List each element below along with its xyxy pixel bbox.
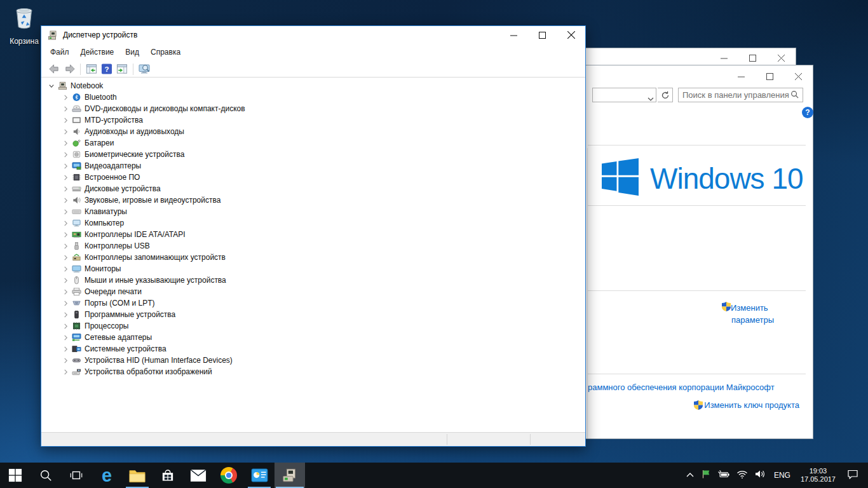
chevron-right-icon[interactable] xyxy=(60,129,71,135)
chevron-right-icon[interactable] xyxy=(60,255,71,261)
chevron-right-icon[interactable] xyxy=(60,95,71,100)
chevron-right-icon[interactable] xyxy=(60,346,71,352)
tree-item[interactable]: Встроенное ПО xyxy=(41,172,585,183)
change-settings-link[interactable]: Изменить параметры xyxy=(722,302,783,325)
tree-item[interactable]: Устройства обработки изображений xyxy=(41,366,585,377)
chevron-right-icon[interactable] xyxy=(60,369,71,375)
hidden-icons-button[interactable] xyxy=(682,463,698,488)
menu-view[interactable]: Вид xyxy=(119,44,145,61)
chevron-right-icon[interactable] xyxy=(60,209,71,215)
chevron-right-icon[interactable] xyxy=(60,335,71,341)
back-button[interactable] xyxy=(46,63,62,76)
chevron-right-icon[interactable] xyxy=(60,140,71,146)
taskbar-button-task-view[interactable] xyxy=(61,463,92,488)
chevron-right-icon[interactable] xyxy=(60,289,71,295)
address-bar[interactable] xyxy=(592,88,656,102)
close-button[interactable] xyxy=(784,68,813,85)
forward-button[interactable] xyxy=(62,63,77,76)
tree-item[interactable]: Биометрические устройства xyxy=(41,149,585,160)
tree-item[interactable]: Порты (COM и LPT) xyxy=(41,297,585,309)
taskbar-button-store[interactable] xyxy=(153,463,183,488)
change-settings-label-line1[interactable]: Изменить xyxy=(731,303,768,313)
change-settings-label-line2[interactable]: параметры xyxy=(731,315,774,325)
chevron-right-icon[interactable] xyxy=(60,312,71,318)
chevron-right-icon[interactable] xyxy=(60,175,71,180)
chevron-right-icon[interactable] xyxy=(60,118,71,123)
maintenance-flag-button[interactable] xyxy=(698,463,714,488)
chevron-down-icon[interactable] xyxy=(648,93,654,104)
taskbar-button-system-properties[interactable] xyxy=(244,463,275,488)
tree-item[interactable]: Дисковые устройства xyxy=(41,183,585,194)
chevron-right-icon[interactable] xyxy=(60,232,71,238)
taskbar-button-mail[interactable] xyxy=(183,463,214,488)
chevron-right-icon[interactable] xyxy=(60,186,71,192)
tree-item[interactable]: Звуковые, игровые и видеоустройства xyxy=(41,194,585,206)
menu-action[interactable]: Действие xyxy=(75,44,120,61)
tree-item[interactable]: Notebook xyxy=(41,80,585,92)
chevron-right-icon[interactable] xyxy=(60,301,71,306)
wifi-button[interactable] xyxy=(733,463,751,488)
refresh-button[interactable] xyxy=(658,88,673,102)
maximize-button[interactable] xyxy=(738,50,767,66)
taskbar-button-device-manager[interactable] xyxy=(275,463,305,488)
action-center-button[interactable] xyxy=(841,463,865,488)
menu-help[interactable]: Справка xyxy=(145,44,186,61)
help-button[interactable]: ? xyxy=(99,63,114,76)
change-product-key-link[interactable]: Изменить ключ продукта xyxy=(694,400,799,410)
scan-hardware-button[interactable] xyxy=(137,63,152,76)
show-console-tree-button[interactable] xyxy=(84,63,99,76)
tree-item[interactable]: Сетевые адаптеры xyxy=(41,332,585,343)
tree-item[interactable]: Процессоры xyxy=(41,320,585,332)
tree-item[interactable]: Контроллеры IDE ATA/ATAPI xyxy=(41,229,585,240)
tree-item[interactable]: Контроллеры USB xyxy=(41,240,585,252)
tree-item[interactable]: Очереди печати xyxy=(41,286,585,297)
tree-item[interactable]: Аудиовходы и аудиовыходы xyxy=(41,126,585,137)
chevron-right-icon[interactable] xyxy=(60,152,71,158)
search-icon[interactable] xyxy=(790,90,799,101)
tree-item[interactable]: Видеоадаптеры xyxy=(41,160,585,172)
minimize-button[interactable] xyxy=(727,68,756,85)
tree-item[interactable]: Контроллеры запоминающих устройств xyxy=(41,252,585,263)
chevron-right-icon[interactable] xyxy=(60,243,71,249)
tree-item[interactable]: Клавиатуры xyxy=(41,206,585,217)
volume-button[interactable] xyxy=(751,463,769,488)
chevron-down-icon[interactable] xyxy=(46,83,57,89)
tree-item[interactable]: Системные устройства xyxy=(41,343,585,355)
change-product-key-label[interactable]: Изменить ключ продукта xyxy=(704,400,799,410)
chevron-right-icon[interactable] xyxy=(60,358,71,363)
menu-file[interactable]: Файл xyxy=(44,44,75,61)
close-button[interactable] xyxy=(557,26,585,44)
chevron-right-icon[interactable] xyxy=(60,323,71,329)
taskbar-button-edge[interactable]: e xyxy=(92,463,122,488)
tree-item[interactable]: Мониторы xyxy=(41,263,585,274)
chevron-right-icon[interactable] xyxy=(60,106,71,112)
chevron-right-icon[interactable] xyxy=(60,220,71,226)
language-indicator[interactable]: ENG xyxy=(769,463,796,488)
search-input[interactable]: Поиск в панели управления xyxy=(678,88,803,102)
show-properties-button[interactable] xyxy=(114,63,130,76)
tree-item[interactable]: Программные устройства xyxy=(41,309,585,320)
recycle-bin[interactable]: Корзина xyxy=(4,4,44,46)
tree-item[interactable]: Устройства HID (Human Interface Devices) xyxy=(41,355,585,366)
minimize-button[interactable] xyxy=(710,50,738,66)
chevron-right-icon[interactable] xyxy=(60,198,71,203)
device-manager-window[interactable]: Диспетчер устройств Файл Действие Вид Сп… xyxy=(41,25,586,447)
taskbar-button-search[interactable] xyxy=(31,463,61,488)
close-button[interactable] xyxy=(767,50,796,66)
chevron-right-icon[interactable] xyxy=(60,266,71,272)
minimize-button[interactable] xyxy=(499,26,528,44)
tree-item[interactable]: Батареи xyxy=(41,137,585,149)
tree-item[interactable]: Мыши и иные указывающие устройства xyxy=(41,274,585,286)
clock[interactable]: 19:03 17.05.2017 xyxy=(796,463,841,488)
taskbar-button-file-explorer[interactable] xyxy=(122,463,153,488)
help-icon[interactable]: ? xyxy=(802,107,813,118)
taskbar-button-start[interactable] xyxy=(0,463,31,488)
tree-item[interactable]: Компьютер xyxy=(41,217,585,229)
taskbar-button-chrome[interactable] xyxy=(214,463,244,488)
tree-item[interactable]: MTD-устройства xyxy=(41,114,585,126)
maximize-button[interactable] xyxy=(756,68,784,85)
maximize-button[interactable] xyxy=(528,26,557,44)
battery-button[interactable] xyxy=(714,463,733,488)
chevron-right-icon[interactable] xyxy=(60,163,71,169)
tree-item[interactable]: Bluetooth xyxy=(41,92,585,103)
